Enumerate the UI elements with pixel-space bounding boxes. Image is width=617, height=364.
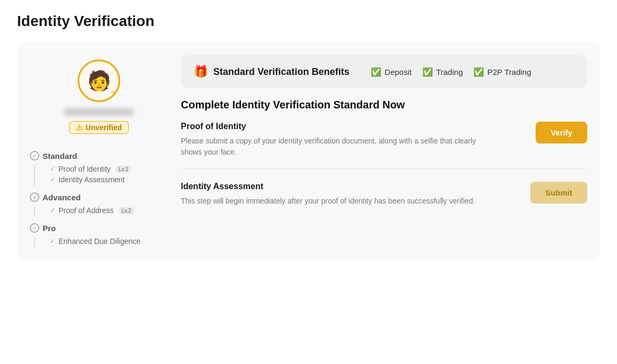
benefit-deposit-label: Deposit <box>385 67 412 77</box>
pro-check-circle: ✓ <box>30 223 39 233</box>
pro-label: Pro <box>43 224 56 233</box>
standard-label: Standard <box>43 151 77 160</box>
nav-item-label: Proof of Identity <box>59 165 111 173</box>
standard-check-circle: ✓ <box>30 151 39 160</box>
level-badge-lv2: Lv.2 <box>119 207 134 214</box>
benefit-check-icon: ✅ <box>371 67 381 77</box>
benefits-box: 🎁 Standard Verification Benefits ✅ Depos… <box>181 55 587 88</box>
step-name: Identity Assessment <box>181 182 522 191</box>
sidebar-section-pro: ✓ Pro <box>30 223 168 233</box>
advanced-label: Advanced <box>43 193 81 202</box>
warning-icon: ⚠ <box>76 123 83 132</box>
nav-item-identity-assessment[interactable]: ✓ Identity Assessment <box>35 175 168 184</box>
submit-button[interactable]: Submit <box>530 182 587 204</box>
page-title: Identity Verification <box>17 13 600 30</box>
step-proof-of-identity: Proof of Identity Please submit a copy o… <box>181 122 587 169</box>
benefits-title-text: Standard Verification Benefits <box>213 66 349 78</box>
username-blurred <box>64 108 134 116</box>
step-identity-assessment: Identity Assessment This step will begin… <box>181 182 587 217</box>
step-description: Please submit a copy of your identity ve… <box>181 136 489 158</box>
main-card: 🧑 ? ⚠ Unverified ✓ Standard ✓ Proof of I… <box>17 43 600 260</box>
advanced-sub-items: ✓ Proof of Address Lv.2 <box>34 206 168 217</box>
step-header: Identity Assessment This step will begin… <box>181 182 587 207</box>
benefits-title: 🎁 Standard Verification Benefits <box>194 65 349 79</box>
benefit-check-icon: ✅ <box>473 67 484 77</box>
sidebar-section-advanced: ✓ Advanced <box>30 192 168 202</box>
checkmark-icon: ✓ <box>50 165 55 173</box>
avatar-question-mark: ? <box>111 90 115 98</box>
nav-item-label: Proof of Address <box>59 206 114 215</box>
nav-item-label: Identity Assessment <box>59 175 125 184</box>
step-name: Proof of Identity <box>181 122 527 131</box>
benefit-trading-label: Trading <box>436 67 463 77</box>
benefit-p2p-trading-label: P2P Trading <box>487 67 531 77</box>
benefit-trading: ✅ Trading <box>422 67 463 77</box>
nav-item-proof-of-address[interactable]: ✓ Proof of Address Lv.2 <box>35 206 168 215</box>
checkmark-icon: ✓ <box>50 207 55 214</box>
sidebar: 🧑 ? ⚠ Unverified ✓ Standard ✓ Proof of I… <box>30 55 168 248</box>
checkmark-icon: ✓ <box>50 176 55 183</box>
gift-icon: 🎁 <box>194 65 208 79</box>
step-info: Identity Assessment This step will begin… <box>181 182 522 207</box>
nav-item-proof-of-identity[interactable]: ✓ Proof of Identity Lv.1 <box>35 165 168 173</box>
avatar: 🧑 ? <box>78 60 120 102</box>
nav-item-label: Enhanced Due Diligence <box>59 237 140 246</box>
sidebar-nav: ✓ Standard ✓ Proof of Identity Lv.1 ✓ Id… <box>30 147 168 248</box>
benefit-check-icon: ✅ <box>422 67 433 77</box>
section-title: Complete Identity Verification Standard … <box>181 99 587 111</box>
sidebar-section-standard: ✓ Standard <box>30 151 168 160</box>
advanced-check-circle: ✓ <box>30 192 39 202</box>
step-description: This step will begin immediately after y… <box>181 196 489 207</box>
pro-sub-items: ✓ Enhanced Due Diligence <box>34 237 168 248</box>
level-badge-lv1: Lv.1 <box>116 166 131 173</box>
verify-button[interactable]: Verify <box>536 122 587 143</box>
benefit-p2p-trading: ✅ P2P Trading <box>473 67 531 77</box>
nav-item-enhanced-due-diligence[interactable]: ✓ Enhanced Due Diligence <box>35 237 168 246</box>
standard-sub-items: ✓ Proof of Identity Lv.1 ✓ Identity Asse… <box>34 165 168 186</box>
step-info: Proof of Identity Please submit a copy o… <box>181 122 527 158</box>
avatar-icon: 🧑 <box>87 70 111 92</box>
benefit-deposit: ✅ Deposit <box>371 67 412 77</box>
content-area: 🎁 Standard Verification Benefits ✅ Depos… <box>181 55 587 248</box>
step-header: Proof of Identity Please submit a copy o… <box>181 122 587 158</box>
status-badge: ⚠ Unverified <box>69 121 129 134</box>
status-badge-label: Unverified <box>86 123 122 132</box>
benefit-items: ✅ Deposit ✅ Trading ✅ P2P Trading <box>371 67 531 77</box>
checkmark-icon: ✓ <box>50 238 55 245</box>
